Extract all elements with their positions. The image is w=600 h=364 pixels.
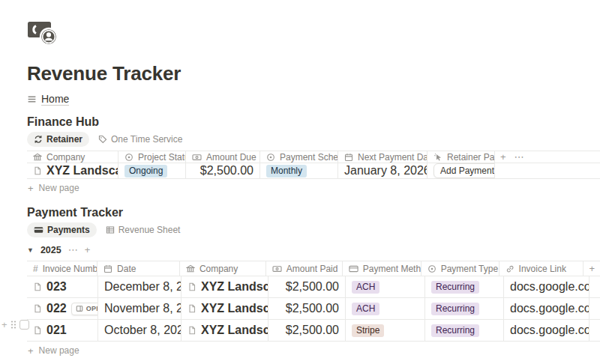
column-header-payment-method[interactable]: Payment Method xyxy=(343,261,422,276)
table-row-021: 021 October 8, 2025 XYZ Landscaping $2,5… xyxy=(27,320,600,342)
page-icon xyxy=(33,326,42,335)
tab-payments[interactable]: Payments xyxy=(27,222,97,237)
cell-amount-paid[interactable]: $2,500.00 xyxy=(268,320,346,341)
cell-invoice-link[interactable]: docs.google.com/doc...f0axx9 xyxy=(504,298,590,319)
tab-one-time-service-label: One Time Service xyxy=(111,134,182,145)
cell-amount-due[interactable]: $2,500.00 xyxy=(186,163,260,178)
cell-payment-method[interactable]: ACH xyxy=(346,298,425,319)
group-add-icon[interactable]: + xyxy=(85,246,91,254)
recurring-arrows-icon xyxy=(34,135,43,144)
cell-invoice-link[interactable]: docs.google.com/doc...f0axx9 xyxy=(504,320,590,341)
page-icon xyxy=(33,282,42,291)
group-label: 2025 xyxy=(40,245,62,255)
bank-icon xyxy=(186,264,195,273)
cell-payment-method[interactable]: Stripe xyxy=(346,320,425,341)
notion-page: Revenue Tracker Home Finance Hub Retaine… xyxy=(0,0,600,360)
cell-payment-schedule[interactable]: Monthly xyxy=(260,163,338,178)
page-icon xyxy=(33,304,42,313)
column-header-payment-schedule[interactable]: Payment Schedule xyxy=(260,151,338,163)
tab-retainer[interactable]: Retainer xyxy=(27,132,89,147)
type-badge: Recurring xyxy=(431,281,479,294)
page-icon xyxy=(188,282,196,291)
column-header-payment-type[interactable]: Payment Type xyxy=(422,261,500,276)
cell-next-payment-date[interactable]: January 8, 2026 xyxy=(338,163,428,178)
column-header-company[interactable]: Company xyxy=(180,261,266,276)
add-column-icon[interactable]: + xyxy=(589,263,595,274)
cell-company[interactable]: XYZ Landscaping xyxy=(182,276,268,297)
finance-hub-table: Company Project Status Amount Due Paymen… xyxy=(27,151,600,179)
cell-date[interactable]: October 8, 2025 xyxy=(98,320,182,341)
column-header-amount-due[interactable]: Amount Due xyxy=(186,151,260,163)
cell-invoice-link[interactable]: docs.google.com/doc...f0axx9 xyxy=(504,276,590,297)
column-header-next-payment-date[interactable]: Next Payment Date xyxy=(338,151,428,163)
cell-payment-method[interactable]: ACH xyxy=(346,276,425,297)
payment-new-page-button[interactable]: + New page xyxy=(27,342,600,360)
credit-card-icon xyxy=(34,225,44,234)
cell-retainer-payment: Add Payment xyxy=(428,163,495,178)
banknote-icon xyxy=(272,264,282,273)
plus-icon: + xyxy=(28,183,34,194)
page-icon-money[interactable] xyxy=(27,19,62,47)
cell-amount-paid[interactable]: $2,500.00 xyxy=(268,298,346,319)
add-payment-button[interactable]: Add Payment xyxy=(434,163,495,178)
add-row-icon[interactable]: + xyxy=(2,320,8,330)
circle-dot-icon xyxy=(266,153,275,162)
cell-invoice-number[interactable]: 023 xyxy=(27,276,98,297)
cell-amount-paid[interactable]: $2,500.00 xyxy=(268,276,346,297)
tab-revenue-sheet[interactable]: Revenue Sheet xyxy=(104,222,182,237)
page-icon xyxy=(188,304,196,313)
column-header-date[interactable]: Date xyxy=(98,261,180,276)
schedule-badge: Monthly xyxy=(266,165,307,178)
add-column-icon[interactable]: + xyxy=(500,151,506,163)
finance-header-row: Company Project Status Amount Due Paymen… xyxy=(27,151,600,163)
column-header-company[interactable]: Company xyxy=(27,151,118,163)
cell-company[interactable]: XYZ Landscaping xyxy=(182,320,268,341)
credit-card-icon xyxy=(349,264,358,273)
cell-payment-type[interactable]: Recurring xyxy=(425,298,504,319)
row-hover-controls: + xyxy=(2,320,29,330)
cursor-click-icon xyxy=(434,153,442,162)
method-badge: ACH xyxy=(352,303,380,315)
cell-date[interactable]: November 8, 2025 xyxy=(98,298,182,319)
group-header-2025: ▼ 2025 ⋯ + xyxy=(27,243,600,257)
open-row-button[interactable]: OPEN xyxy=(71,303,98,315)
cell-company[interactable]: XYZ Landscaping xyxy=(27,163,118,178)
finance-new-page-button[interactable]: + New page xyxy=(27,179,600,197)
type-badge: Recurring xyxy=(431,303,479,315)
column-header-retainer-payment[interactable]: Retainer Payment xyxy=(428,151,495,163)
page-title: Revenue Tracker xyxy=(27,63,600,84)
payment-tracker-view-tabs: Payments Revenue Sheet xyxy=(27,222,600,237)
row-checkbox[interactable] xyxy=(20,320,29,330)
tag-icon xyxy=(98,135,107,144)
column-header-amount-paid[interactable]: Amount Paid xyxy=(266,261,343,276)
column-header-invoice-number[interactable]: # Invoice Number xyxy=(27,261,98,276)
hash-icon: # xyxy=(33,264,38,274)
method-badge: Stripe xyxy=(352,324,384,337)
banknote-icon xyxy=(192,153,202,162)
cell-payment-type[interactable]: Recurring xyxy=(425,276,504,297)
status-badge: Ongoing xyxy=(124,165,167,178)
table-options-icon[interactable]: ⋯ xyxy=(514,151,524,163)
tab-revenue-sheet-label: Revenue Sheet xyxy=(118,225,181,235)
payment-tracker-table: + # Invoice Number Date Company xyxy=(27,261,600,342)
bank-icon xyxy=(33,153,42,162)
circle-dot-icon xyxy=(124,153,134,162)
cell-payment-type[interactable]: Recurring xyxy=(425,320,504,341)
cell-invoice-number[interactable]: 021 xyxy=(27,320,98,341)
page-icon xyxy=(33,166,42,175)
side-peek-icon xyxy=(76,305,83,312)
drag-handle-icon[interactable] xyxy=(10,320,16,330)
column-header-project-status[interactable]: Project Status xyxy=(118,151,186,163)
cell-company[interactable]: XYZ Landscaping xyxy=(182,298,268,319)
home-link[interactable]: Home xyxy=(41,93,69,106)
cell-date[interactable]: December 8, 2025 xyxy=(98,276,182,297)
cell-invoice-number[interactable]: 022 OPEN xyxy=(27,298,98,319)
column-header-invoice-link[interactable]: Invoice Link xyxy=(500,261,584,276)
toggle-triangle-icon[interactable]: ▼ xyxy=(27,246,34,254)
cell-project-status[interactable]: Ongoing xyxy=(118,163,186,178)
payment-tracker-heading: Payment Tracker xyxy=(27,206,600,219)
method-badge: ACH xyxy=(352,281,380,294)
table-row-023: 023 December 8, 2025 XYZ Landscaping $2,… xyxy=(27,276,600,298)
tab-one-time-service[interactable]: One Time Service xyxy=(97,132,184,147)
group-options-icon[interactable]: ⋯ xyxy=(68,246,78,254)
